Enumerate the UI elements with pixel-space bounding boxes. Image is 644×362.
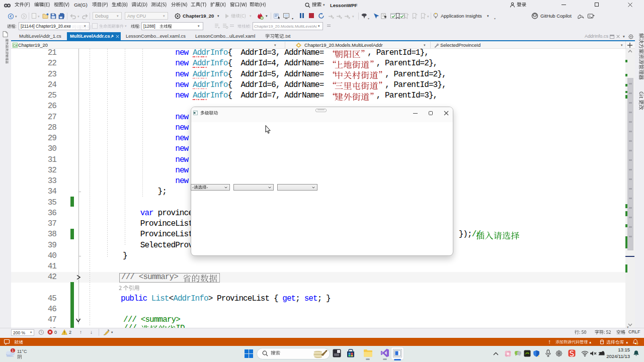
svg-text:C#: C# bbox=[13, 44, 18, 47]
